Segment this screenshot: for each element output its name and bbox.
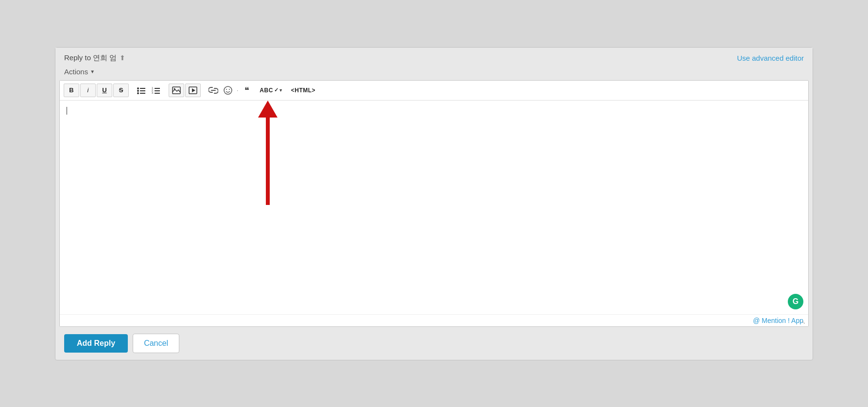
italic-icon: i [87,86,89,94]
arrow-shaft [266,118,270,205]
spellcheck-check-icon: ✓ [274,87,279,93]
spellcheck-label: ABC [260,87,273,94]
add-reply-label: Add Reply [77,339,115,347]
reply-to-label: Reply to 연희 엄 ⬆ [64,53,125,63]
spellcheck-button[interactable]: ABC ✓ [260,84,278,97]
toolbar-dot-separator: · [236,87,239,94]
svg-point-17 [224,86,232,94]
underline-icon: U [102,86,106,94]
ordered-list-button[interactable]: 1. 2. 3. [149,84,163,97]
image-icon [172,86,181,94]
html-label: <HTML> [291,87,315,94]
svg-point-2 [137,90,139,92]
reply-to-text: Reply to 연희 엄 [64,53,117,63]
insert-media-button[interactable] [185,84,201,97]
svg-rect-9 [155,90,160,91]
link-icon [208,86,218,94]
svg-rect-5 [140,93,145,94]
editor-footer: @ Mention ! App ⤡ [60,314,808,326]
grammarly-label: G [793,297,799,306]
reply-arrow-icon: ⬆ [120,54,125,62]
media-icon [189,86,197,94]
reply-editor-container: Reply to 연희 엄 ⬆ Use advanced editor Acti… [55,47,813,360]
svg-point-0 [137,87,139,89]
svg-text:3.: 3. [152,91,154,94]
bold-icon: B [69,86,73,94]
spellcheck-group: ABC ✓ ▼ [260,84,283,97]
mention-label: @ Mention [753,317,786,324]
svg-rect-3 [140,90,145,91]
italic-button[interactable]: i [80,84,96,97]
top-bar: Reply to 연희 엄 ⬆ Use advanced editor [55,48,813,67]
emoji-icon [223,85,233,95]
spellcheck-dropdown-arrow-icon: ▼ [278,88,283,93]
strikethrough-button[interactable]: S [113,84,129,97]
editor-wrapper: B i U S 1. 2. [59,80,809,327]
toolbar: B i U S 1. 2. [60,81,808,101]
mention-button[interactable]: @ Mention [753,317,786,324]
insert-image-button[interactable] [169,84,184,97]
unordered-list-button[interactable] [135,84,148,97]
unordered-list-icon [137,86,146,94]
editor-body[interactable]: G [60,101,808,314]
link-button[interactable] [207,84,220,97]
text-cursor [67,107,67,115]
svg-rect-7 [155,88,160,89]
use-advanced-editor-link[interactable]: Use advanced editor [737,54,804,62]
grammarly-button[interactable]: G [788,294,803,309]
svg-point-19 [229,89,230,90]
dropdown-arrow-icon: ▼ [90,69,95,74]
svg-rect-11 [155,93,160,94]
html-button[interactable]: <HTML> [289,84,317,97]
quote-button[interactable]: ❝ [240,84,254,97]
actions-label: Actions [64,68,88,76]
svg-marker-15 [192,88,195,92]
cancel-button[interactable]: Cancel [133,334,179,353]
spellcheck-dropdown-button[interactable]: ▼ [278,84,283,97]
cancel-label: Cancel [144,339,168,347]
annotation-arrow [258,101,278,205]
bottom-actions: Add Reply Cancel [55,327,813,360]
actions-bar: Actions ▼ [55,67,813,80]
add-reply-button[interactable]: Add Reply [64,334,128,353]
actions-dropdown[interactable]: Actions ▼ [64,68,95,76]
svg-rect-1 [140,88,145,89]
arrow-head [258,101,278,118]
strikethrough-icon: S [119,86,123,94]
ordered-list-icon: 1. 2. 3. [152,86,160,94]
underline-button[interactable]: U [97,84,112,97]
emoji-button[interactable] [221,84,235,97]
resize-handle[interactable]: ⤡ [801,320,807,325]
svg-point-4 [137,92,139,94]
svg-point-18 [226,89,227,90]
bold-button[interactable]: B [64,84,79,97]
